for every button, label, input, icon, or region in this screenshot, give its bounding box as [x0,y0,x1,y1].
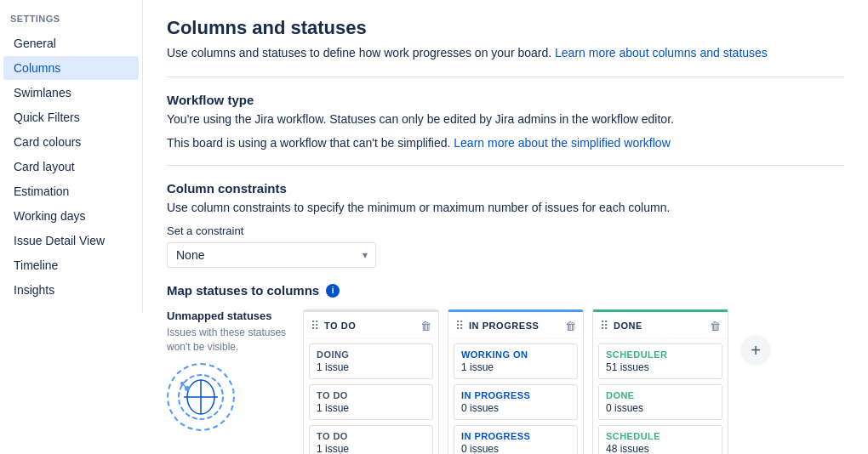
trash-icon-inprogress[interactable]: 🗑 [565,320,576,332]
column-todo-name: TO DO [324,321,356,331]
status-name: DOING [317,349,425,360]
status-name: SCHEDULER [606,349,715,360]
drag-icon-todo[interactable]: ⠿ [311,319,319,332]
status-count: 1 issue [461,361,570,373]
map-statuses-header: Map statuses to columns i [167,283,844,298]
status-count: 0 issues [606,402,715,414]
drag-icon-inprogress[interactable]: ⠿ [455,319,464,332]
unmapped-col: Unmapped statuses Issues with these stat… [167,309,303,431]
status-count: 1 issue [317,402,425,414]
column-inprogress-header-left: ⠿ IN PROGRESS [455,319,539,332]
workflow-learn-link[interactable]: Learn more about the simplified workflow [454,136,670,150]
workflow-desc2-text: This board is using a workflow that can'… [167,136,450,150]
add-column-button[interactable]: + [740,335,771,366]
sidebar-item-estimation[interactable]: Estimation [3,179,139,203]
status-item: TO DO 1 issue [309,384,433,420]
status-name: IN PROGRESS [461,390,570,400]
columns-area: Unmapped statuses Issues with these stat… [167,309,844,454]
column-inprogress-name: IN PROGRESS [469,321,539,331]
status-name: SCHEDULE [606,431,715,441]
constraint-label: Set a constraint [167,224,844,237]
trash-icon-todo[interactable]: 🗑 [420,320,431,332]
column-todo-header: ⠿ TO DO 🗑 [304,312,438,338]
status-item: SCHEDULER 51 issues [598,343,722,379]
column-todo: ⠿ TO DO 🗑 DOING 1 issue TO DO 1 issue TO… [303,309,439,454]
status-item: WORKING ON 1 issue [454,343,578,379]
workflow-desc1: You're using the Jira workflow. Statuses… [167,112,844,126]
sidebar: SETTINGS General Columns Swimlanes Quick… [0,0,143,454]
status-item: IN PROGRESS 0 issues [454,425,578,454]
sidebar-item-card-colours[interactable]: Card colours [3,130,139,154]
column-inprogress-header: ⠿ IN PROGRESS 🗑 [448,312,583,338]
unmapped-desc: Issues with these statuses won't be visi… [167,326,291,355]
main-content: Columns and statuses Use columns and sta… [143,0,868,454]
sidebar-item-swimlanes[interactable]: Swimlanes [3,81,139,105]
status-item: TO DO 1 issue [309,425,433,454]
constraint-select-wrapper: None Issue Count Issue Count (ignoring s… [167,242,376,268]
status-name: WORKING ON [461,349,570,360]
unmapped-title: Unmapped statuses [167,309,291,322]
unmapped-illustration [167,363,235,431]
status-count: 1 issue [317,361,425,373]
status-count: 48 issues [606,443,715,454]
column-done-header-left: ⠿ DONE [600,319,642,332]
sidebar-item-timeline[interactable]: Timeline [3,253,139,277]
sidebar-item-columns[interactable]: Columns [3,56,139,80]
constraints-desc: Use column constraints to specify the mi… [167,201,844,214]
status-name: TO DO [317,431,425,441]
workflow-title: Workflow type [167,93,844,107]
todo-statuses: DOING 1 issue TO DO 1 issue TO DO 1 issu… [304,343,438,454]
status-item: IN PROGRESS 0 issues [454,384,578,420]
sidebar-item-working-days[interactable]: Working days [3,204,139,228]
sidebar-item-quick-filters[interactable]: Quick Filters [3,105,139,129]
sidebar-item-general[interactable]: General [3,31,139,55]
status-name: TO DO [317,390,425,400]
column-done: ⠿ DONE 🗑 SCHEDULER 51 issues DONE 0 issu… [592,309,728,454]
status-item: SCHEDULE 48 issues [598,425,722,454]
column-done-name: DONE [614,321,642,331]
page-desc-text: Use columns and statuses to define how w… [167,46,551,60]
sidebar-item-issue-detail-view[interactable]: Issue Detail View [3,229,139,253]
divider-2 [167,165,844,166]
info-icon[interactable]: i [326,284,340,298]
settings-label: SETTINGS [0,10,142,31]
done-statuses: SCHEDULER 51 issues DONE 0 issues SCHEDU… [593,343,728,454]
status-item: DONE 0 issues [598,384,722,420]
status-count: 51 issues [606,361,715,373]
workflow-desc2: This board is using a workflow that can'… [167,136,844,150]
constraint-select[interactable]: None Issue Count Issue Count (ignoring s… [167,242,376,268]
map-statuses-title: Map statuses to columns [167,283,319,298]
page-title: Columns and statuses [167,17,844,39]
constraints-title: Column constraints [167,181,844,196]
status-name: DONE [606,390,715,400]
status-name: IN PROGRESS [461,431,570,441]
column-todo-header-left: ⠿ TO DO [311,319,356,332]
drag-icon-done[interactable]: ⠿ [600,319,608,332]
sidebar-item-card-layout[interactable]: Card layout [3,155,139,179]
status-count: 1 issue [317,443,425,454]
trash-icon-done[interactable]: 🗑 [710,320,721,332]
status-count: 0 issues [461,443,570,454]
sidebar-item-insights[interactable]: Insights [3,278,139,302]
divider-1 [167,77,844,77]
illustration-svg [175,372,226,423]
page-description: Use columns and statuses to define how w… [167,46,844,60]
svg-point-6 [180,382,184,385]
column-inprogress: ⠿ IN PROGRESS 🗑 WORKING ON 1 issue IN PR… [448,309,584,454]
column-done-header: ⠿ DONE 🗑 [593,312,728,338]
status-item: DOING 1 issue [309,343,433,379]
learn-more-link[interactable]: Learn more about columns and statuses [555,46,768,60]
status-count: 0 issues [461,402,570,414]
inprogress-statuses: WORKING ON 1 issue IN PROGRESS 0 issues … [448,343,583,454]
